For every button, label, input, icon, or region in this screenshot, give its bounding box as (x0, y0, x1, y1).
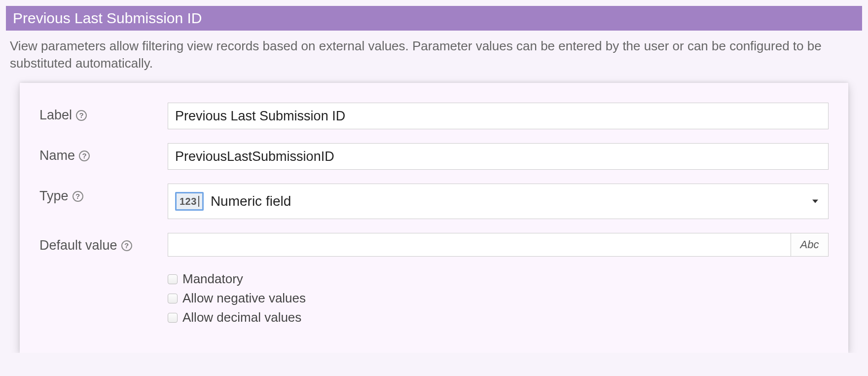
type-caption-wrap: Type ? (39, 184, 168, 204)
section-description: View parameters allow filtering view rec… (0, 31, 868, 83)
name-caption-wrap: Name ? (39, 143, 168, 163)
type-select[interactable]: 123 Numeric field (168, 184, 829, 219)
chevron-down-icon (812, 200, 818, 203)
name-control (168, 143, 829, 170)
section-header: Previous Last Submission ID (6, 6, 862, 31)
checkbox-row-mandatory: Mandatory (168, 271, 829, 287)
default-value-input[interactable] (168, 233, 791, 257)
mandatory-label: Mandatory (182, 271, 243, 287)
default-input-wrap: Abc (168, 233, 829, 257)
row-default-value: Default value ? Abc Mandatory Allow nega… (39, 233, 829, 329)
allow-decimal-checkbox[interactable] (168, 313, 178, 323)
text-mode-button[interactable]: Abc (791, 233, 829, 257)
label-input[interactable] (168, 103, 829, 129)
allow-decimal-label: Allow decimal values (182, 310, 301, 325)
label-control (168, 103, 829, 129)
section-title: Previous Last Submission ID (13, 10, 202, 26)
help-icon[interactable]: ? (121, 240, 132, 251)
type-caption: Type (39, 188, 69, 204)
default-caption: Default value (39, 238, 117, 253)
type-control: 123 Numeric field (168, 184, 829, 219)
default-caption-wrap: Default value ? (39, 233, 168, 253)
row-label: Label ? (39, 103, 829, 129)
type-icon-text: 123 (180, 196, 197, 207)
help-icon[interactable]: ? (79, 150, 90, 161)
help-icon[interactable]: ? (76, 110, 87, 121)
name-input[interactable] (168, 143, 829, 170)
label-caption-wrap: Label ? (39, 103, 168, 123)
checkbox-group: Mandatory Allow negative values Allow de… (168, 271, 829, 325)
name-caption: Name (39, 148, 75, 163)
abc-icon: Abc (800, 238, 819, 251)
allow-negative-checkbox[interactable] (168, 294, 178, 303)
checkbox-row-decimal: Allow decimal values (168, 310, 829, 325)
checkbox-row-negative: Allow negative values (168, 291, 829, 306)
mandatory-checkbox[interactable] (168, 274, 178, 284)
numeric-field-icon: 123 (175, 192, 204, 211)
default-control: Abc Mandatory Allow negative values Allo… (168, 233, 829, 329)
type-selected-text: Numeric field (211, 193, 291, 209)
help-icon[interactable]: ? (72, 191, 83, 202)
label-caption: Label (39, 108, 72, 123)
row-type: Type ? 123 Numeric field (39, 184, 829, 219)
allow-negative-label: Allow negative values (182, 291, 306, 306)
form-card: Label ? Name ? Type ? 123 Numeric field (20, 83, 848, 353)
row-name: Name ? (39, 143, 829, 170)
